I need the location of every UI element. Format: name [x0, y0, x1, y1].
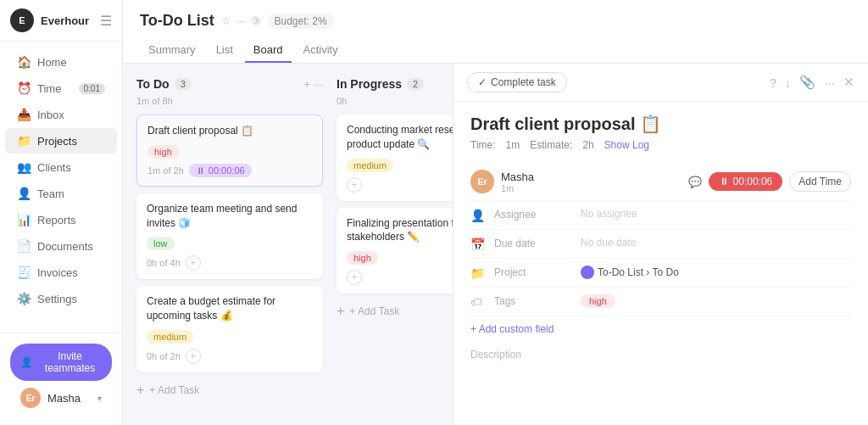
- due-date-icon: 📅: [470, 238, 484, 251]
- invoices-icon: 🧾: [17, 266, 31, 279]
- clients-icon: 👥: [17, 160, 31, 174]
- sidebar-item-label: Documents: [37, 240, 93, 253]
- assignee-field-icon: 👤: [470, 209, 484, 222]
- complete-task-button[interactable]: ✓ Complete task: [467, 72, 567, 92]
- circle-btn[interactable]: +: [347, 270, 362, 285]
- main-header: To-Do List ☆ ··· ③ Budget: 2% Summary Li…: [123, 0, 868, 64]
- priority-tag: low: [147, 237, 175, 250]
- more-column-icon[interactable]: ···: [314, 78, 323, 91]
- circle-btn[interactable]: +: [186, 349, 201, 364]
- more-icon[interactable]: ···: [236, 14, 246, 27]
- sidebar-item-label: Invoices: [37, 266, 78, 279]
- user-row[interactable]: Er Masha ▾: [10, 381, 112, 415]
- card-time: 0h of 2h: [147, 351, 181, 361]
- show-log-button[interactable]: Show Log: [604, 139, 649, 151]
- sidebar-footer: 👤 Invite teammates Er Masha ▾: [0, 333, 122, 425]
- sidebar-item-reports[interactable]: 📊 Reports: [5, 207, 117, 232]
- title-row: To-Do List ☆ ··· ③ Budget: 2%: [140, 12, 851, 30]
- priority-tag: medium: [347, 159, 393, 172]
- tab-board[interactable]: Board: [245, 38, 292, 63]
- add-icon: +: [136, 383, 144, 398]
- tag-value[interactable]: high: [581, 294, 615, 308]
- settings-icon: ⚙️: [17, 292, 31, 305]
- card-meta: 1m of 2h ⏸ 00:00:06: [147, 164, 312, 177]
- add-task-todo[interactable]: + + Add Task: [136, 379, 323, 401]
- attachment-icon[interactable]: 📎: [799, 75, 815, 90]
- priority-tag: high: [147, 145, 179, 159]
- card-organize-meeting[interactable]: Organize team meeting and send invites 🧊…: [136, 193, 323, 280]
- circle-btn[interactable]: +: [186, 255, 201, 271]
- column-count: 2: [407, 78, 424, 90]
- close-icon[interactable]: ✕: [843, 75, 854, 90]
- description-area[interactable]: Description: [470, 342, 851, 367]
- assignee-row: Er Masha 1m 💬 ⏸ 00:00:06 Add Time: [470, 163, 851, 201]
- sidebar-item-clients[interactable]: 👥 Clients: [5, 154, 117, 180]
- panel-body: Draft client proposal 📋 Time: 1m Estimat…: [453, 102, 868, 425]
- sidebar-item-invoices[interactable]: 🧾 Invoices: [5, 260, 117, 285]
- estimate-label: Estimate:: [530, 139, 572, 151]
- help-icon[interactable]: ?: [770, 75, 776, 90]
- column-title: In Progress: [337, 77, 402, 91]
- timer-value: 00:00:06: [209, 165, 245, 176]
- add-column-icon[interactable]: +: [304, 78, 311, 91]
- card-time: 0h of 4h: [147, 258, 181, 268]
- column-actions[interactable]: + ···: [304, 78, 323, 91]
- tab-list[interactable]: List: [208, 38, 242, 63]
- sidebar-item-projects[interactable]: 📁 Projects: [5, 128, 117, 154]
- sidebar-item-documents[interactable]: 📄 Documents: [5, 233, 117, 259]
- column-subtitle: 1m of 8h: [136, 96, 323, 106]
- assignee-field: 👤 Assignee No assignee: [470, 201, 851, 230]
- add-custom-field-button[interactable]: + Add custom field: [470, 316, 851, 342]
- assignee-field-value[interactable]: No assignee: [581, 208, 637, 220]
- pause-icon: ⏸: [196, 165, 205, 176]
- hamburger-icon[interactable]: ☰: [100, 13, 112, 29]
- assignee-avatar: Er: [470, 170, 494, 193]
- tab-summary[interactable]: Summary: [140, 38, 204, 63]
- add-task-label: + Add Task: [349, 305, 399, 317]
- project-label: Project: [494, 266, 570, 278]
- sidebar-brand: Everhour: [41, 14, 89, 27]
- chevron-down-icon: ▾: [97, 394, 102, 403]
- budget-badge: Budget: 2%: [268, 14, 334, 29]
- sidebar-item-time[interactable]: ⏰ Time 0:01: [5, 75, 117, 101]
- tags-label: Tags: [494, 294, 570, 307]
- sidebar-item-label: Reports: [37, 214, 76, 226]
- due-date-label: Due date: [494, 237, 570, 249]
- project-field: 📁 Project To-Do List › To Do: [470, 259, 851, 288]
- sidebar-item-inbox[interactable]: 📥 Inbox: [5, 102, 117, 127]
- user-name: Masha: [47, 392, 81, 405]
- download-icon[interactable]: ↓: [785, 75, 792, 90]
- sidebar-item-settings[interactable]: ⚙️ Settings: [5, 286, 117, 311]
- inbox-icon: 📥: [17, 108, 31, 121]
- due-date-value[interactable]: No due date: [581, 237, 636, 249]
- title-icons: ☆ ··· ③: [221, 14, 261, 27]
- sidebar-item-label: Settings: [37, 293, 77, 305]
- page-title: To-Do List: [140, 12, 214, 30]
- assignee-field-label: Assignee: [494, 208, 570, 221]
- more-options-icon[interactable]: ···: [824, 75, 835, 90]
- project-color-icon: [581, 266, 594, 279]
- add-icon: +: [337, 304, 344, 319]
- due-date-field: 📅 Due date No due date: [470, 230, 851, 259]
- invite-teammates-button[interactable]: 👤 Invite teammates: [10, 344, 112, 381]
- add-time-button[interactable]: Add Time: [789, 171, 851, 192]
- project-value[interactable]: To-Do List › To Do: [598, 266, 679, 278]
- assignee-name: Masha: [501, 171, 682, 183]
- assignee-info: Masha 1m: [501, 171, 682, 193]
- card-title: Create a budget estimate for upcoming ta…: [147, 294, 313, 323]
- sidebar-item-team[interactable]: 👤 Team: [5, 181, 117, 206]
- sidebar-item-home[interactable]: 🏠 Home: [5, 49, 117, 75]
- pause-timer-button[interactable]: ⏸ 00:00:06: [709, 172, 783, 191]
- circle-btn[interactable]: +: [347, 177, 362, 193]
- card-draft-client-proposal[interactable]: Draft client proposal 📋 high 1m of 2h ⏸ …: [136, 115, 323, 187]
- star-icon[interactable]: ☆: [221, 14, 231, 27]
- pause-icon: ⏸: [719, 176, 729, 187]
- tab-activity[interactable]: Activity: [295, 38, 347, 63]
- card-budget-estimate[interactable]: Create a budget estimate for upcoming ta…: [136, 286, 323, 372]
- column-header: To Do 3 + ···: [136, 77, 323, 91]
- project-path: To-Do List › To Do: [581, 266, 679, 279]
- tags-field: 🏷 Tags high: [470, 288, 851, 316]
- sidebar-nav: 🏠 Home ⏰ Time 0:01 📥 Inbox 📁 Projects 👥 …: [0, 42, 122, 333]
- comment-icon[interactable]: 💬: [688, 176, 702, 188]
- add-task-label: + Add Task: [149, 384, 199, 396]
